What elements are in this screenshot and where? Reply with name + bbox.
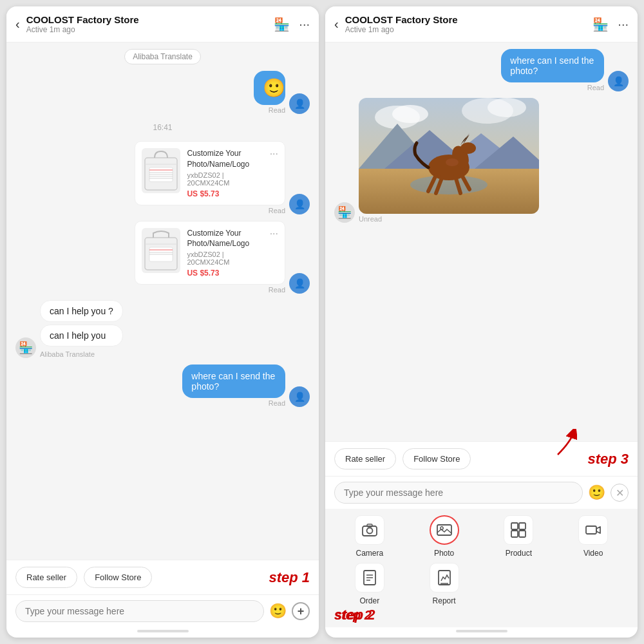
photo-icon <box>430 515 459 545</box>
svg-point-16 <box>392 105 428 123</box>
follow-store-button-left[interactable]: Follow Store <box>84 567 152 588</box>
order-action[interactable]: Order <box>334 563 405 605</box>
back-button-right[interactable]: ‹ <box>334 17 339 32</box>
svg-point-18 <box>488 98 526 117</box>
svg-rect-36 <box>437 525 451 535</box>
video-label: Video <box>583 549 603 558</box>
store-title-right: COOLOST Factory Store <box>345 14 587 25</box>
product-name-1: Customize Your Photo/Name/Logo <box>187 148 263 170</box>
follow-store-button-right[interactable]: Follow Store <box>402 448 471 469</box>
seller-msg-row: 🏪 can I help you ? can I help you Alibab… <box>15 300 310 358</box>
unread-meta: Unread <box>359 215 539 223</box>
photo-action[interactable]: Photo <box>409 515 480 558</box>
bag-svg-1 <box>142 148 180 193</box>
left-chat-area: Alibaba Translate 👤 🙂 Read 16:41 👤 <box>6 43 319 560</box>
right-user-msg-row: 👤 where can I send the photo? Read <box>334 49 629 91</box>
action-grid: Camera Photo <box>334 515 629 558</box>
order-icon <box>355 563 384 592</box>
order-label: Order <box>360 596 380 605</box>
product-card-2: Customize Your Photo/Name/Logo yxbDZS02 … <box>135 221 285 285</box>
left-chat-panel: ‹ COOLOST Factory Store Active 1m ago 🏪 … <box>6 6 319 638</box>
svg-rect-40 <box>511 531 518 537</box>
right-user-avatar: 👤 <box>608 71 629 91</box>
report-label: Report <box>433 596 456 605</box>
right-chat-area: 👤 where can I send the photo? Read 🏪 <box>325 43 638 441</box>
rate-seller-button-left[interactable]: Rate seller <box>15 567 77 588</box>
emoji-msg-row: 👤 🙂 Read <box>15 71 310 114</box>
store-icon-left[interactable]: 🏪 <box>274 17 290 32</box>
camera-action[interactable]: Camera <box>334 515 405 558</box>
svg-rect-41 <box>519 531 526 537</box>
video-action[interactable]: Video <box>558 515 629 558</box>
alibaba-translate-seller: Alibaba Translate <box>40 350 123 358</box>
read-meta-p1: Read <box>269 207 285 214</box>
right-read-meta: Read <box>587 84 604 91</box>
translate-badge-left: Alibaba Translate <box>124 49 201 64</box>
user-avatar-msg: 👤 <box>289 386 310 407</box>
user-avatar-emoji: 👤 <box>289 93 310 114</box>
step2-label: step 2 <box>334 607 375 623</box>
header-icons-right: 🏪 ··· <box>592 17 629 32</box>
svg-rect-38 <box>511 523 518 529</box>
product-icon <box>504 515 533 545</box>
left-header: ‹ COOLOST Factory Store Active 1m ago 🏪 … <box>6 6 319 43</box>
message-input-left[interactable] <box>15 600 264 622</box>
plus-icon-left[interactable]: + <box>292 602 310 620</box>
step3-label: step 3 <box>587 451 629 468</box>
product-action[interactable]: Product <box>484 515 554 558</box>
bottom-bar-left <box>137 630 189 632</box>
right-header: ‹ COOLOST Factory Store Active 1m ago 🏪 … <box>325 6 638 43</box>
product-price-1: US $5.73 <box>187 189 263 198</box>
camera-icon <box>355 515 384 545</box>
header-info-left: COOLOST Factory Store Active 1m ago <box>26 14 268 34</box>
header-icons-left: 🏪 ··· <box>274 17 310 32</box>
step3-arrow <box>538 429 577 461</box>
more-icon-left[interactable]: ··· <box>299 17 310 32</box>
product-card-row-2: 👤 Custo <box>15 221 310 294</box>
more-icon-right[interactable]: ··· <box>618 17 629 32</box>
horse-image <box>359 98 539 214</box>
product-info-2: Customize Your Photo/Name/Logo yxbDZS02 … <box>187 228 263 278</box>
video-icon <box>578 515 608 545</box>
seller-bubble-1: can I help you ? <box>40 300 123 322</box>
product-label: Product <box>506 549 532 558</box>
read-meta-p2: Read <box>269 286 285 294</box>
product-more-2[interactable]: ··· <box>270 228 278 278</box>
store-status-left: Active 1m ago <box>26 25 268 34</box>
message-input-right[interactable] <box>334 482 583 504</box>
rate-seller-button-right[interactable]: Rate seller <box>334 448 396 469</box>
product-card-row-1: 👤 <box>15 141 310 214</box>
product-price-2: US $5.73 <box>187 269 263 278</box>
emoji-icon-left[interactable]: 🙂 <box>269 603 287 620</box>
product-more-1[interactable]: ··· <box>270 148 278 198</box>
horse-img-row: 🏪 <box>334 98 629 223</box>
action-grid-row2: Order Report <box>334 563 629 605</box>
user-bubble: where can I send the photo? <box>182 365 285 398</box>
bag-svg-2 <box>142 228 180 273</box>
horse-svg <box>359 98 539 214</box>
emoji-icon-right[interactable]: 🙂 <box>588 484 605 501</box>
close-icon-right[interactable]: ✕ <box>611 484 629 502</box>
seller-bubble-2: can I help you <box>40 325 123 346</box>
user-msg-row: 👤 where can I send the photo? Read <box>15 365 310 407</box>
step1-label: step 1 <box>269 569 310 586</box>
product-name-2: Customize Your Photo/Name/Logo <box>187 228 263 250</box>
product-info-1: Customize Your Photo/Name/Logo yxbDZS02 … <box>187 148 263 198</box>
right-user-bubble: where can I send the photo? <box>501 49 604 82</box>
store-icon-right[interactable]: 🏪 <box>592 17 609 32</box>
svg-rect-42 <box>586 526 596 534</box>
back-button-left[interactable]: ‹ <box>15 17 20 32</box>
header-info-right: COOLOST Factory Store Active 1m ago <box>345 14 587 34</box>
bottom-actions-right: Rate seller Follow Store step 3 <box>325 441 638 476</box>
time-divider: 16:41 <box>15 123 310 132</box>
read-meta-emoji: Read <box>269 106 285 114</box>
product-id-1: yxbDZS02 | 20CMX24CM <box>187 171 263 187</box>
bottom-bar-right <box>456 630 507 632</box>
product-card-1: Customize Your Photo/Name/Logo yxbDZS02 … <box>135 141 285 205</box>
camera-label: Camera <box>356 549 384 558</box>
report-action[interactable]: Report <box>409 563 480 605</box>
product-img-2 <box>142 228 180 273</box>
svg-point-34 <box>366 528 372 534</box>
product-img-1 <box>142 148 180 193</box>
photo-label: Photo <box>434 549 454 558</box>
